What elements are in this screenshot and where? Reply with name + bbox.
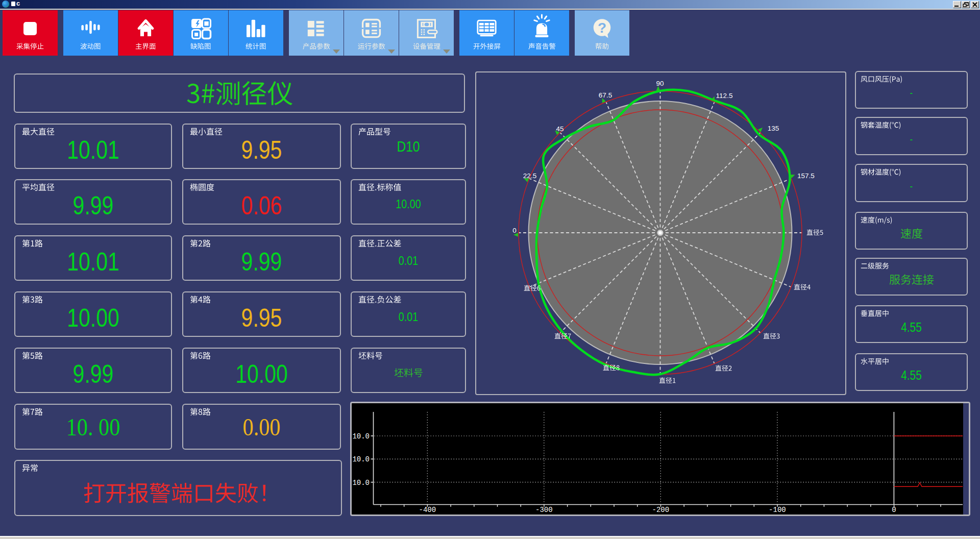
svg-text:67.5: 67.5: [599, 91, 612, 99]
